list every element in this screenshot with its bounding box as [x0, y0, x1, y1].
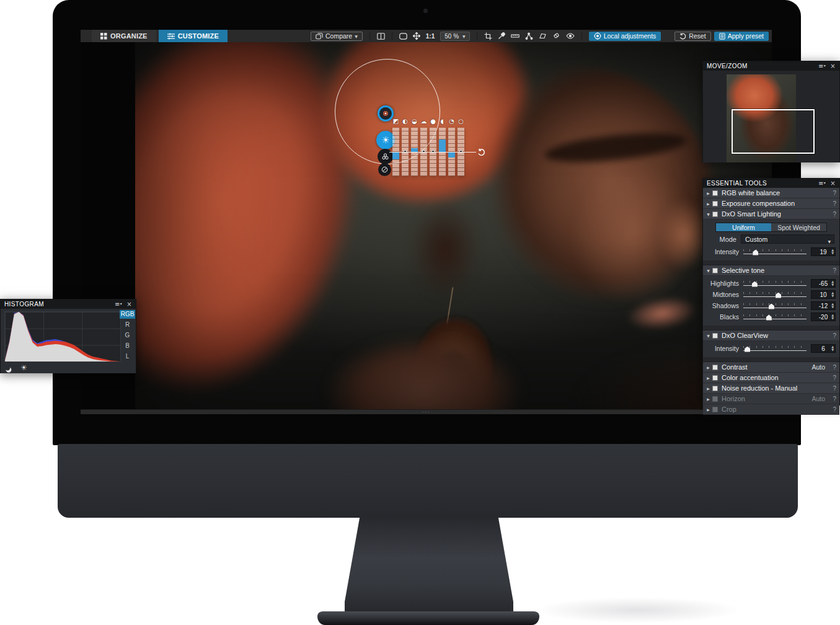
enable-checkbox[interactable] [712, 365, 718, 370]
upoint-control-point[interactable] [378, 105, 394, 122]
tint-channel-icon[interactable]: ○ [458, 118, 464, 125]
tab-customize[interactable]: CUSTOMIZE [159, 30, 228, 42]
clearview-intensity-value[interactable]: 6▲▼ [811, 344, 836, 353]
expander-icon[interactable]: ▶ [704, 191, 712, 195]
move-tool-icon[interactable] [413, 32, 420, 40]
compare-button[interactable]: Compare ▼ [311, 32, 363, 41]
uniform-segment[interactable]: Uniform [716, 223, 771, 231]
essential-tools-titlebar[interactable]: ESSENTIAL TOOLS ≡▾ × [703, 179, 839, 188]
help-icon[interactable]: ? [831, 385, 836, 392]
zoom-1to1-button[interactable]: 1:1 [426, 33, 435, 40]
expander-icon[interactable]: ▶ [704, 202, 712, 206]
help-icon[interactable]: ? [831, 267, 836, 274]
expander-icon[interactable]: ▶ [704, 386, 712, 391]
enable-checkbox[interactable] [712, 201, 718, 206]
crop-tool-icon[interactable] [484, 32, 492, 40]
local-adjustments-button[interactable]: Local adjustments [589, 32, 661, 41]
midtones-slider[interactable] [743, 291, 807, 299]
enable-checkbox[interactable] [712, 211, 718, 217]
expander-icon[interactable]: ▼ [704, 334, 712, 338]
highlights-value[interactable]: -65▲▼ [811, 279, 836, 288]
navigator-view-rectangle[interactable] [732, 109, 815, 154]
channel-l-button[interactable]: L [120, 352, 135, 361]
saturation-channel-icon[interactable]: ◖ [439, 118, 446, 125]
help-icon[interactable]: ? [831, 396, 836, 402]
compare-caret-icon[interactable]: ▼ [355, 34, 358, 38]
tool-row-smart-lighting[interactable]: ▼ DxO Smart Lighting ? [703, 209, 839, 219]
help-icon[interactable]: ? [831, 364, 836, 371]
expander-icon[interactable]: ▶ [704, 365, 712, 370]
tool-row-selective-tone[interactable]: ▼ Selective tone ? [703, 265, 839, 276]
channel-rgb-button[interactable]: RGB [120, 310, 135, 319]
panel-menu-icon[interactable]: ≡▾ [115, 301, 122, 308]
movezoom-titlebar[interactable]: MOVE/ZOOM ≡▾ × [703, 61, 839, 71]
close-icon[interactable]: × [830, 63, 836, 69]
enable-checkbox[interactable] [712, 407, 718, 412]
temperature-channel-icon[interactable]: ◔ [448, 118, 455, 125]
shadow-clipping-icon[interactable] [4, 364, 11, 371]
highlights-slider[interactable] [743, 280, 807, 288]
intensity-slider[interactable] [743, 248, 807, 256]
exposure-channel-icon[interactable]: ◩ [392, 118, 399, 125]
expander-icon[interactable]: ▶ [704, 397, 712, 401]
close-icon[interactable]: × [830, 180, 836, 187]
enable-checkbox[interactable] [712, 268, 718, 273]
intensity-value[interactable]: 19 ▲▼ [811, 247, 836, 256]
highlight-clipping-icon[interactable]: ☀ [20, 363, 27, 372]
shadows-value[interactable]: -12▲▼ [811, 301, 836, 310]
equalizer-reset-button[interactable] [477, 148, 485, 159]
enable-checkbox[interactable] [712, 375, 718, 381]
shadows-slider[interactable] [743, 302, 807, 310]
tool-row-contrast[interactable]: ▶ Contrast Auto ? [703, 362, 839, 373]
tab-organize[interactable]: ORGANIZE [92, 30, 156, 42]
enable-checkbox[interactable] [712, 333, 718, 339]
spot-weighted-segment[interactable]: Spot Weighted [771, 223, 826, 231]
fit-screen-icon[interactable] [399, 33, 407, 40]
red-eye-icon[interactable] [566, 33, 575, 39]
channel-g-button[interactable]: G [120, 331, 135, 340]
filmstrip-handle[interactable]: ··· [81, 409, 772, 414]
panel-menu-icon[interactable]: ≡▾ [818, 63, 826, 69]
eyedropper-icon[interactable] [498, 32, 505, 40]
close-icon[interactable]: × [126, 301, 132, 308]
tool-row-exposure-compensation[interactable]: ▶ Exposure compensation ? [703, 198, 839, 209]
tool-row-rgb-white-balance[interactable]: ▶ RGB white balance ? [703, 188, 839, 198]
channel-b-button[interactable]: B [120, 342, 135, 350]
histogram-titlebar[interactable]: HISTOGRAM ≡▾ × [1, 299, 136, 309]
vibrancy-channel-icon[interactable]: ● [430, 118, 436, 125]
apply-preset-button[interactable]: Apply preset [714, 32, 769, 41]
upoint-eraser-button[interactable] [378, 163, 391, 176]
channel-r-button[interactable]: R [120, 321, 135, 329]
expander-icon[interactable]: ▼ [704, 268, 712, 273]
panel-menu-icon[interactable]: ≡▾ [818, 180, 826, 187]
microcontrast-channel-icon[interactable]: ◒ [411, 118, 418, 125]
help-icon[interactable]: ? [831, 200, 836, 207]
repair-tool-icon[interactable] [552, 32, 560, 40]
upoint-color-button[interactable] [378, 149, 393, 164]
help-icon[interactable]: ? [831, 375, 836, 381]
help-icon[interactable]: ? [831, 190, 836, 197]
tool-row-horizon[interactable]: ▶ Horizon Auto ? [703, 394, 839, 404]
stepper-icons[interactable]: ▲▼ [831, 314, 834, 320]
help-icon[interactable]: ? [831, 406, 836, 413]
control-polygon-icon[interactable] [539, 32, 547, 40]
tool-row-noise-reduction[interactable]: ▶ Noise reduction - Manual ? [703, 383, 839, 394]
stepper-icons[interactable]: ▲▼ [831, 280, 834, 286]
enable-checkbox[interactable] [712, 386, 718, 391]
zoom-level-dropdown[interactable]: 50 % ▼ [440, 32, 469, 41]
blacks-value[interactable]: -20▲▼ [811, 312, 836, 321]
enable-checkbox[interactable] [712, 396, 718, 402]
horizon-tool-icon[interactable] [511, 33, 519, 39]
control-points-icon[interactable] [525, 32, 533, 40]
tool-row-clearview[interactable]: ▼ DxO ClearView ? [703, 330, 839, 341]
help-icon[interactable]: ? [831, 211, 836, 218]
clearview-intensity-slider[interactable] [743, 345, 807, 353]
clearview-channel-icon[interactable]: ☁ [420, 118, 427, 125]
contrast-channel-icon[interactable]: ◐ [402, 118, 409, 125]
blacks-slider[interactable] [743, 313, 807, 321]
stepper-icons[interactable]: ▲▼ [831, 345, 834, 352]
midtones-value[interactable]: 10▲▼ [811, 290, 836, 299]
help-icon[interactable]: ? [831, 332, 836, 339]
expander-icon[interactable]: ▶ [704, 407, 712, 412]
photo-canvas[interactable] [135, 42, 772, 409]
